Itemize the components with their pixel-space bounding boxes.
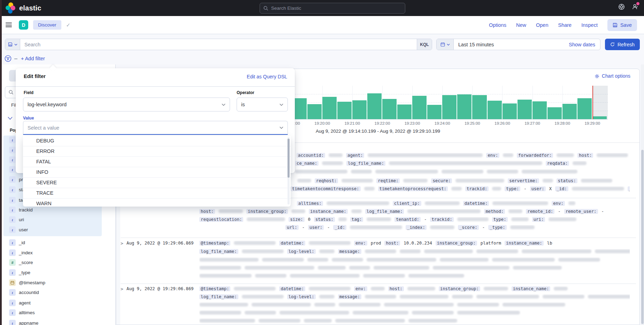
- sidebar-field-_id[interactable]: t_id: [9, 239, 25, 246]
- redacted-value: [295, 170, 347, 173]
- redacted-value: [476, 249, 518, 253]
- sidebar-field-agent[interactable]: tagent: [9, 300, 31, 306]
- redacted-value: [199, 274, 252, 278]
- doc-field-name: env:: [486, 153, 499, 158]
- redacted-value: [332, 258, 363, 262]
- refresh-button[interactable]: Refresh: [605, 39, 640, 50]
- value-option-warn[interactable]: WARN: [23, 199, 291, 207]
- redacted-value: [365, 249, 396, 253]
- doc-field-value: X: [549, 186, 552, 191]
- query-input[interactable]: Search KQL: [5, 39, 432, 50]
- global-search-input[interactable]: Search Elastic: [260, 3, 405, 14]
- value-option-error[interactable]: ERROR: [23, 146, 291, 157]
- redacted-value: [513, 266, 562, 270]
- doc-row-line: [199, 310, 630, 317]
- dropdown-scrollbar-thumb[interactable]: [288, 139, 290, 178]
- newsfeed-icon[interactable]: [632, 3, 638, 10]
- redacted-value: [573, 161, 586, 165]
- sidebar-field-_type[interactable]: t_type: [9, 269, 30, 276]
- page-scrollbar-thumb[interactable]: [641, 150, 644, 324]
- chevron-down-icon[interactable]: [8, 117, 13, 120]
- nav-link-new[interactable]: New: [516, 22, 526, 28]
- refresh-icon: [610, 42, 615, 47]
- value-option-trace[interactable]: TRACE: [23, 188, 291, 199]
- elastic-logo[interactable]: elastic: [6, 2, 41, 14]
- saved-query-menu[interactable]: [5, 39, 20, 50]
- expand-row-button[interactable]: >: [121, 286, 123, 292]
- redacted-value: [247, 217, 285, 221]
- redacted-value: [318, 266, 346, 270]
- doc-field-name: message:: [338, 249, 361, 254]
- field-name: _index: [19, 250, 33, 255]
- redacted-value: [367, 217, 391, 221]
- chart-bar-19:28:30: [577, 98, 592, 119]
- doc-field-name: user:: [308, 225, 324, 230]
- sidebar-field-@timestamp[interactable]: @timestamp: [9, 279, 45, 286]
- doc-field-name: tag:: [350, 217, 363, 222]
- sidebar-popular-user[interactable]: tuser: [9, 226, 28, 233]
- redacted-value: [407, 287, 435, 291]
- value-select-input[interactable]: Select a value: [23, 121, 288, 135]
- space-avatar[interactable]: D: [19, 20, 28, 30]
- value-option-fatal[interactable]: FATAL: [23, 157, 291, 167]
- expand-row-button[interactable]: >: [121, 241, 123, 246]
- field-name: _id: [19, 240, 25, 245]
- nav-link-inspect[interactable]: Inspect: [581, 22, 598, 28]
- add-filter-button[interactable]: + Add filter: [21, 56, 45, 61]
- chevron-down-icon: [279, 126, 283, 129]
- redacted-value: [492, 187, 501, 191]
- value-option-severe[interactable]: SEVERE: [23, 178, 291, 188]
- nav-link-open[interactable]: Open: [536, 22, 548, 28]
- redacted-value: [492, 258, 555, 262]
- calendar-menu[interactable]: [437, 39, 454, 50]
- show-dates-link[interactable]: Show dates: [569, 42, 600, 47]
- doc-field-value: -: [482, 225, 485, 230]
- redacted-value: [476, 295, 539, 299]
- date-picker[interactable]: Last 15 minutes Show dates: [436, 39, 600, 50]
- sidebar-field-alltimes[interactable]: talltimes: [9, 309, 35, 316]
- redacted-value: [440, 258, 489, 262]
- doc-field-name: secure:: [431, 178, 452, 183]
- row-timestamp: Aug 9, 2022 @ 19:29:06.869: [127, 241, 194, 246]
- redacted-value: [365, 295, 396, 299]
- sidebar-field-_score[interactable]: #_score: [9, 259, 33, 266]
- doc-field-name: instance_name:: [505, 241, 544, 246]
- chart-bar-19:23:00: [412, 96, 427, 119]
- edit-as-query-dsl-link[interactable]: Edit as Query DSL: [247, 74, 287, 79]
- redacted-value: [510, 225, 535, 229]
- redacted-value: [329, 153, 343, 157]
- query-language-badge[interactable]: KQL: [417, 39, 432, 50]
- x-axis-label: 19:28:00: [554, 121, 570, 125]
- value-option-debug[interactable]: DEBUG: [23, 136, 291, 146]
- redacted-value: [199, 311, 241, 315]
- text-field-icon: t: [9, 269, 16, 276]
- search-icon: [263, 6, 268, 11]
- sidebar-popular-uri[interactable]: turi: [9, 216, 24, 223]
- field-select[interactable]: log-level.keyword: [23, 98, 230, 111]
- filter-menu-icon[interactable]: [5, 55, 12, 62]
- field-name: _type: [19, 270, 30, 275]
- redacted-value: [408, 319, 457, 323]
- redacted-value: [581, 179, 612, 183]
- value-option-info[interactable]: INFO: [23, 167, 291, 178]
- operator-select[interactable]: is: [237, 98, 288, 111]
- time-range-value[interactable]: Last 15 minutes: [454, 42, 569, 47]
- field-name: trackid: [19, 207, 33, 212]
- chart-options-button[interactable]: Chart options: [595, 73, 630, 79]
- doc-field-name: reqhost:: [315, 178, 338, 183]
- breadcrumb-discover[interactable]: Discover: [33, 20, 61, 30]
- nav-link-options[interactable]: Options: [489, 22, 506, 28]
- redacted-value: [568, 201, 575, 205]
- menu-icon[interactable]: [6, 23, 12, 27]
- sidebar-field-_index[interactable]: t_index: [9, 249, 33, 256]
- sidebar-field-appname[interactable]: tappname: [9, 320, 38, 325]
- doc-field-name: host:: [577, 153, 593, 158]
- help-icon[interactable]: [618, 3, 625, 10]
- sidebar-popular-trackid[interactable]: ttrackid: [9, 207, 33, 213]
- chart-bar-19:19:30: [307, 104, 322, 119]
- sidebar-field-accountid[interactable]: taccountid: [9, 289, 39, 296]
- redacted-value: [319, 295, 335, 299]
- redacted-value: [522, 170, 577, 173]
- nav-link-share[interactable]: Share: [558, 22, 572, 28]
- save-button[interactable]: Save: [607, 19, 637, 31]
